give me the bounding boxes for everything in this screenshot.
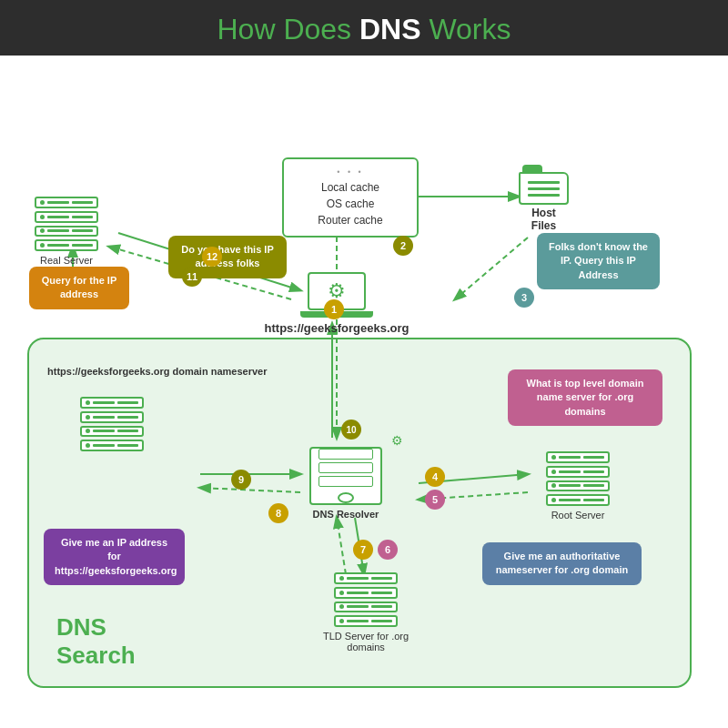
step-4: 4	[425, 467, 445, 487]
dns-resolver: DNS Resolver	[309, 447, 382, 520]
step-6: 6	[378, 540, 398, 560]
domain-nameserver-label: https://geeksforgeeks.org domain nameser…	[47, 365, 267, 379]
small-gear-icon: ⚙	[391, 433, 403, 448]
tld-server-label: TLD Server for .org domains	[323, 631, 409, 652]
dns-search-label: DNS Search	[56, 613, 136, 670]
step-8: 8	[268, 503, 288, 523]
give-me-ip-bubble: Give me an IP address for https://geeksf…	[44, 529, 185, 585]
give-me-auth-bubble: Give me an authoritative nameserver for …	[482, 542, 642, 585]
step-3: 3	[514, 288, 534, 308]
header: How Does DNS Works	[0, 0, 728, 56]
domain-nameserver	[80, 397, 144, 451]
folder-icon	[519, 165, 569, 203]
domain-nameserver-icon	[80, 397, 144, 451]
dns-resolver-icon	[309, 447, 382, 505]
step-7: 7	[353, 540, 373, 560]
host-files-label: HostFiles	[531, 207, 556, 232]
step-12: 12	[202, 247, 222, 267]
real-server: Real Server	[35, 197, 98, 266]
dns-resolver-label: DNS Resolver	[313, 509, 379, 520]
tld-server-icon	[334, 572, 398, 627]
cache-line-3: Router cache	[295, 212, 406, 228]
laptop-url: https://geeksforgeeks.org	[232, 321, 441, 335]
content-area: DNS Search	[0, 56, 728, 728]
query-ip-bubble: Query for the IP address	[29, 267, 129, 309]
folks-dont-know-bubble: Folks don't know the IP. Query this IP A…	[537, 233, 660, 289]
page-title: How Does DNS Works	[0, 13, 728, 46]
step-2: 2	[393, 236, 413, 256]
tld-server: TLD Server for .org domains	[323, 572, 409, 652]
root-server-icon	[546, 451, 610, 506]
real-server-label: Real Server	[40, 255, 93, 266]
main-container: How Does DNS Works DNS Search	[0, 0, 728, 728]
step-9: 9	[231, 470, 251, 490]
host-files: HostFiles	[519, 165, 569, 232]
cache-box: • • • Local cache OS cache Router cache	[282, 157, 419, 238]
real-server-icon	[35, 197, 98, 251]
step-10: 10	[341, 420, 361, 440]
step-11: 11	[182, 267, 202, 287]
what-is-top-bubble: What is top level domain name server for…	[508, 369, 662, 426]
cache-line-1: Local cache	[295, 179, 406, 196]
cache-dots: • • •	[295, 167, 406, 179]
root-server-label: Root Server	[551, 510, 605, 521]
step-1: 1	[324, 299, 344, 319]
step-5: 5	[425, 490, 445, 510]
cache-line-2: OS cache	[295, 196, 406, 212]
root-server: Root Server	[546, 451, 610, 521]
